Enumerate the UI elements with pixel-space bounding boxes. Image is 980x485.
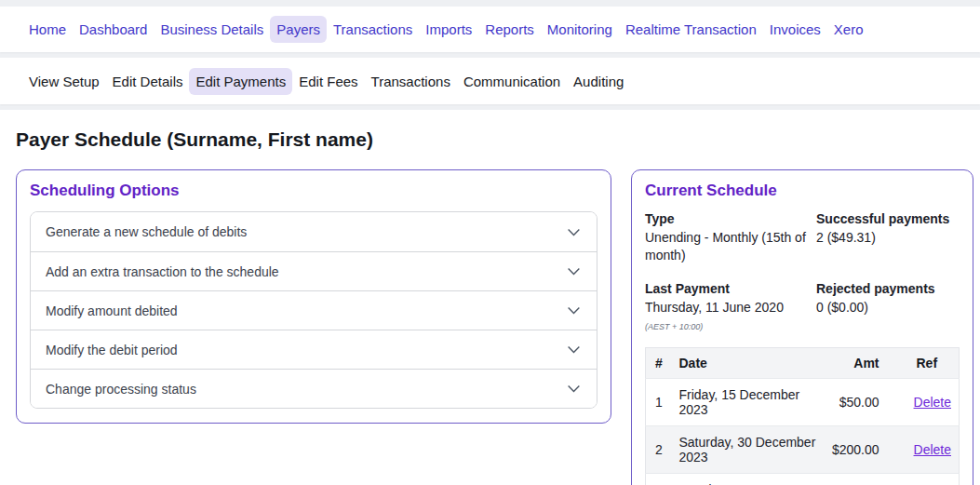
secondary-nav-item[interactable]: Edit Details xyxy=(106,68,190,95)
secondary-nav-item[interactable]: Transactions xyxy=(365,68,457,95)
stat-value: Unending - Monthly (15th of month) xyxy=(645,229,809,264)
primary-nav-item[interactable]: Imports xyxy=(419,16,478,43)
accordion-item[interactable]: Modify the debit period xyxy=(31,330,597,369)
row-date: Friday, 15 December 2023 xyxy=(674,378,826,425)
scheduling-options-title: Scheduling Options xyxy=(30,182,597,200)
row-number: 1 xyxy=(646,378,674,425)
accordion-item[interactable]: Generate a new schedule of debits xyxy=(31,212,597,251)
stat: Last Payment Thursday, 11 June 2020 (AES… xyxy=(645,281,809,334)
stat-value-suffix: (AEST + 10:00) xyxy=(645,322,703,331)
stat: Rejected payments 0 ($0.00) xyxy=(816,281,960,334)
accordion-item[interactable]: Modify amount debited xyxy=(31,290,597,330)
stat-value: Thursday, 11 June 2020 (AEST + 10:00) xyxy=(645,299,809,334)
primary-nav-item[interactable]: Business Details xyxy=(154,16,270,43)
schedule-table: # Date Amt Ref 1 Friday, 15 December 202… xyxy=(645,347,960,485)
stat-label: Last Payment xyxy=(645,281,809,296)
header-ref: Ref xyxy=(893,347,960,378)
primary-nav-item[interactable]: Payers xyxy=(270,16,327,43)
primary-nav-item[interactable]: Home xyxy=(22,16,73,43)
row-amount: $200.00 xyxy=(826,425,893,473)
stat: Successful payments 2 ($49.31) xyxy=(816,211,960,264)
primary-nav-item[interactable]: Reports xyxy=(478,16,541,43)
current-schedule-panel: Current Schedule Type Unending - Monthly… xyxy=(631,169,973,485)
secondary-nav-item[interactable]: Edit Fees xyxy=(292,68,364,95)
table-row: 3 Monday, 15 January 2024 $50.00 Delete xyxy=(646,473,960,485)
content-columns: Scheduling Options Generate a new schedu… xyxy=(16,169,973,485)
header-num: # xyxy=(646,347,674,378)
secondary-nav-item[interactable]: Communication xyxy=(457,68,567,95)
stat-label: Rejected payments xyxy=(816,281,960,296)
header-amt: Amt xyxy=(826,347,893,378)
row-number: 2 xyxy=(646,425,674,473)
accordion-item-label: Change processing status xyxy=(46,382,196,397)
scheduling-accordion: Generate a new schedule of debits Add an… xyxy=(30,211,597,409)
accordion-item[interactable]: Add an extra transaction to the schedule xyxy=(31,251,597,290)
row-amount: $50.00 xyxy=(826,473,893,485)
primary-nav-item[interactable]: Xero xyxy=(827,16,870,43)
delete-link[interactable]: Delete xyxy=(914,395,951,410)
secondary-nav: View Setup Edit Details Edit Payments Ed… xyxy=(0,58,980,104)
chevron-down-icon xyxy=(566,303,582,318)
row-number: 3 xyxy=(646,473,674,485)
primary-nav: Home Dashboard Business Details Payers T… xyxy=(0,7,980,52)
secondary-nav-item[interactable]: Edit Payments xyxy=(189,68,292,95)
main-content: Payer Schedule (Surname, First name) Sch… xyxy=(0,110,980,485)
accordion-item-label: Generate a new schedule of debits xyxy=(46,224,247,239)
stat-value: 2 ($49.31) xyxy=(816,229,960,247)
schedule-table-header: # Date Amt Ref xyxy=(646,347,960,378)
row-date: Monday, 15 January 2024 xyxy=(674,473,826,485)
page-title: Payer Schedule (Surname, First name) xyxy=(16,128,973,151)
chevron-down-icon xyxy=(566,263,582,279)
current-schedule-title: Current Schedule xyxy=(645,182,960,200)
header-date: Date xyxy=(674,347,826,378)
stat: Type Unending - Monthly (15th of month) xyxy=(645,211,809,264)
accordion-item-label: Modify amount debited xyxy=(46,303,178,318)
chevron-down-icon xyxy=(566,224,582,240)
primary-nav-item[interactable]: Invoices xyxy=(763,16,827,43)
stat-label: Type xyxy=(645,211,809,226)
primary-nav-item[interactable]: Realtime Transaction xyxy=(619,16,763,43)
primary-nav-item[interactable]: Dashboard xyxy=(73,16,154,43)
row-date: Saturday, 30 December 2023 xyxy=(674,425,826,473)
stat-value: 0 ($0.00) xyxy=(816,299,960,317)
chevron-down-icon xyxy=(566,381,582,397)
table-row: 1 Friday, 15 December 2023 $50.00 Delete xyxy=(646,378,960,425)
accordion-item-label: Modify the debit period xyxy=(46,343,178,357)
scheduling-options-panel: Scheduling Options Generate a new schedu… xyxy=(16,169,611,424)
primary-nav-item[interactable]: Monitoring xyxy=(541,16,619,43)
schedule-stats: Type Unending - Monthly (15th of month) … xyxy=(645,211,960,334)
chevron-down-icon xyxy=(566,342,582,357)
stat-label: Successful payments xyxy=(816,211,960,226)
primary-nav-item[interactable]: Transactions xyxy=(327,16,419,43)
accordion-item[interactable]: Change processing status xyxy=(31,369,597,408)
secondary-nav-item[interactable]: Auditing xyxy=(567,68,630,95)
secondary-nav-item[interactable]: View Setup xyxy=(22,68,106,95)
accordion-item-label: Add an extra transaction to the schedule xyxy=(46,264,279,279)
delete-link[interactable]: Delete xyxy=(914,442,951,457)
table-row: 2 Saturday, 30 December 2023 $200.00 Del… xyxy=(646,425,960,473)
row-amount: $50.00 xyxy=(826,378,893,425)
